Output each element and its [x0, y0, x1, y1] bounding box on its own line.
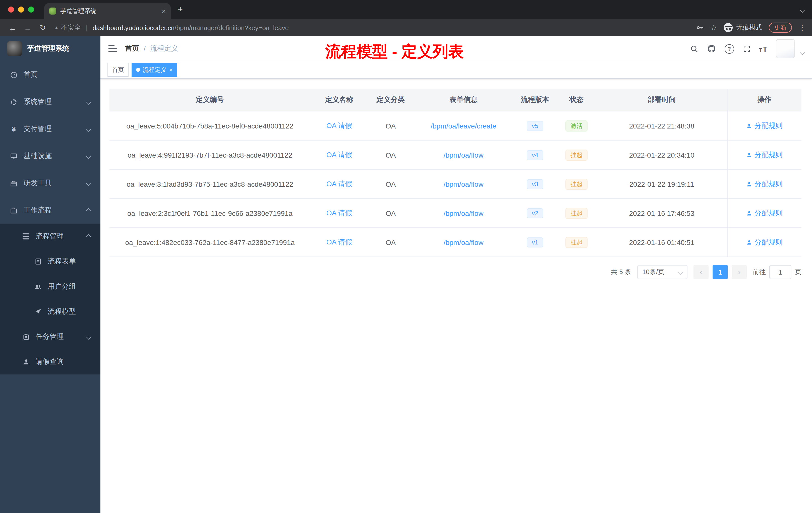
security-label[interactable]: 不安全	[61, 23, 81, 32]
column-header: 表单信息	[413, 89, 514, 111]
tab-close-icon[interactable]: ×	[162, 7, 166, 14]
form-link[interactable]: /bpm/oa/flow	[444, 180, 484, 188]
breadcrumb-home[interactable]: 首页	[125, 44, 139, 53]
minimize-window-button[interactable]	[18, 6, 24, 12]
avatar-caret-icon[interactable]	[800, 50, 805, 55]
gear-icon	[10, 98, 18, 105]
table-row: oa_leave:3:1fad3d93-7b75-11ec-a3c8-acde4…	[110, 170, 802, 199]
sidebar-item-home[interactable]: 首页	[0, 61, 100, 88]
sidebar-item-system[interactable]: 系统管理	[0, 88, 100, 116]
address-bar[interactable]: ▲ 不安全 | dashboard.yudao.iocoder.cn/bpm/m…	[54, 23, 694, 32]
sidebar-item-infra[interactable]: 基础设施	[0, 143, 100, 170]
sidebar-item-label: 用户分组	[48, 282, 76, 291]
version-tag: v2	[527, 208, 543, 218]
yuan-icon: ¥	[10, 125, 18, 133]
tag-close-icon[interactable]: ×	[169, 67, 173, 73]
page-size-value: 10条/页	[642, 268, 664, 277]
url-host: dashboard.yudao.iocoder.cn	[93, 24, 175, 31]
sidebar-item-process-mgmt[interactable]: 流程管理	[0, 224, 100, 249]
back-button[interactable]: ←	[6, 23, 19, 32]
close-window-button[interactable]	[8, 6, 14, 12]
goto-page-input[interactable]	[769, 265, 791, 279]
monitor-icon	[10, 152, 18, 160]
version-tag: v4	[527, 150, 543, 160]
search-icon[interactable]	[690, 44, 698, 53]
zoom-window-button[interactable]	[28, 6, 34, 12]
column-header: 定义分类	[368, 89, 413, 111]
navbar-right-cluster: ? TT	[690, 39, 804, 58]
hamburger-icon[interactable]	[109, 48, 117, 49]
font-size-icon[interactable]: TT	[759, 44, 767, 53]
user-group-icon	[34, 283, 42, 291]
fullscreen-icon[interactable]	[743, 45, 751, 53]
form-link[interactable]: /bpm/oa/leave/create	[431, 122, 496, 130]
new-tab-button[interactable]: +	[178, 4, 183, 14]
sidebar-item-label: 系统管理	[24, 97, 52, 107]
bookmark-star-icon[interactable]: ☆	[710, 23, 717, 32]
sidebar-item-process-model[interactable]: 流程模型	[0, 299, 100, 324]
version-tag: v1	[527, 237, 543, 247]
incognito-label: 无痕模式	[736, 23, 762, 32]
definition-name-link[interactable]: OA 请假	[326, 238, 352, 246]
cell-deploy-time: 2022-01-22 20:34:10	[597, 140, 727, 170]
sidebar-item-label: 流程模型	[48, 307, 76, 316]
sidebar-item-label: 请假查询	[36, 357, 64, 366]
chrome-update-button[interactable]: 更新	[769, 23, 792, 33]
sidebar-logo[interactable]: 芋道管理系统	[0, 36, 100, 61]
form-link[interactable]: /bpm/oa/flow	[444, 209, 484, 217]
sidebar-item-process-form[interactable]: 流程表单	[0, 249, 100, 274]
sidebar-item-label: 流程表单	[48, 257, 76, 266]
cell-definition-id: oa_leave:5:004b710b-7b8a-11ec-8ef0-acde4…	[110, 111, 310, 140]
person-icon	[22, 358, 30, 366]
sidebar-item-devtools[interactable]: 研发工具	[0, 170, 100, 197]
browser-tab[interactable]: 芋道管理系统 ×	[44, 3, 171, 19]
prev-page-button[interactable]: ‹	[694, 265, 708, 279]
tag-home[interactable]: 首页	[108, 63, 128, 77]
assign-rule-link[interactable]: 分配规则	[747, 179, 783, 188]
definition-name-link[interactable]: OA 请假	[326, 209, 352, 217]
browser-toolbar: ← → ↻ ▲ 不安全 | dashboard.yudao.iocoder.cn…	[0, 19, 812, 36]
incognito-indicator: 无痕模式	[724, 23, 762, 32]
page-size-select[interactable]: 10条/页	[637, 265, 688, 279]
cell-definition-id: oa_leave:1:482ec033-762a-11ec-8477-a2380…	[110, 228, 310, 257]
form-icon	[34, 258, 42, 265]
definition-name-link[interactable]: OA 请假	[326, 121, 352, 129]
tab-search-button[interactable]	[801, 5, 804, 14]
definition-name-link[interactable]: OA 请假	[326, 150, 352, 158]
assign-rule-link[interactable]: 分配规则	[747, 209, 783, 218]
definition-name-link[interactable]: OA 请假	[326, 179, 352, 187]
tag-process-definition[interactable]: 流程定义 ×	[132, 63, 177, 77]
toolbar-right-cluster: ☆ 无痕模式 更新 ⋮	[696, 23, 806, 33]
sidebar-item-leave-query[interactable]: 请假查询	[0, 350, 100, 374]
forward-button[interactable]: →	[21, 23, 34, 32]
reload-button[interactable]: ↻	[36, 23, 49, 32]
column-header: 状态	[556, 89, 597, 111]
assign-rule-link[interactable]: 分配规则	[747, 150, 783, 159]
sidebar-item-payment[interactable]: ¥ 支付管理	[0, 116, 100, 143]
form-link[interactable]: /bpm/oa/flow	[444, 238, 484, 246]
chevron-down-icon	[800, 8, 805, 13]
table-header-row: 定义编号 定义名称 定义分类 表单信息 流程版本 状态 部署时间 操作	[110, 89, 802, 111]
sidebar-item-label: 支付管理	[24, 124, 52, 133]
chevron-down-icon	[86, 126, 91, 131]
page-number-button[interactable]: 1	[713, 265, 728, 279]
person-icon	[747, 239, 753, 245]
password-key-icon[interactable]	[696, 24, 704, 32]
next-page-button[interactable]: ›	[732, 265, 747, 279]
help-icon[interactable]: ?	[724, 44, 734, 54]
browser-tab-strip: 芋道管理系统 × +	[0, 0, 812, 19]
sidebar-item-task-mgmt[interactable]: 任务管理	[0, 324, 100, 350]
chevron-up-icon	[86, 234, 91, 239]
sidebar-item-workflow[interactable]: 工作流程	[0, 197, 100, 224]
list-icon	[22, 233, 30, 240]
form-link[interactable]: /bpm/oa/flow	[444, 151, 484, 159]
github-icon[interactable]	[707, 44, 716, 53]
assign-rule-link[interactable]: 分配规则	[747, 238, 783, 247]
tags-view-bar: 首页 流程定义 ×	[100, 61, 812, 79]
status-badge: 挂起	[566, 149, 587, 160]
sidebar-item-user-group[interactable]: 用户分组	[0, 274, 100, 299]
assign-rule-link[interactable]: 分配规则	[747, 121, 783, 130]
cell-definition-id: oa_leave:4:991f2193-7b7f-11ec-a3c8-acde4…	[110, 140, 310, 170]
avatar[interactable]	[776, 39, 795, 58]
browser-menu-icon[interactable]: ⋮	[799, 23, 806, 32]
